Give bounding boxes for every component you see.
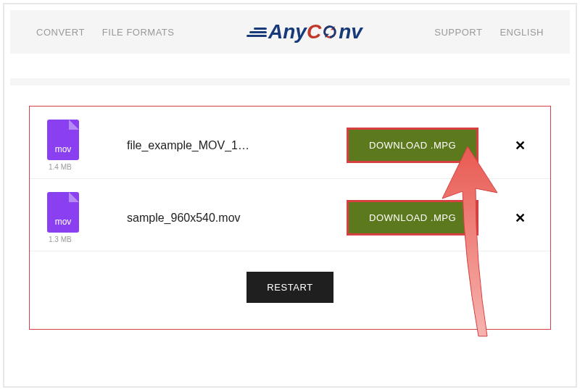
file-ext-label: mov <box>55 217 72 227</box>
nav-convert[interactable]: CONVERT <box>36 27 85 38</box>
logo-text-any: Any <box>268 20 307 43</box>
file-row: mov 1.4 MB file_example_MOV_1… DOWNLOAD … <box>30 107 550 179</box>
download-highlight: DOWNLOAD .MPG <box>347 128 478 163</box>
divider-bar <box>10 78 570 86</box>
logo[interactable]: Any C nv <box>246 20 362 43</box>
refresh-icon <box>322 24 338 40</box>
file-mov-icon: mov <box>47 120 79 160</box>
file-size: 1.4 MB <box>49 163 72 171</box>
file-ext-label: mov <box>55 144 72 154</box>
nav-support[interactable]: SUPPORT <box>434 27 482 38</box>
restart-button[interactable]: RESTART <box>246 272 334 303</box>
app-frame: CONVERT FILE FORMATS Any C nv SUPPORT EN… <box>3 3 577 388</box>
remove-button[interactable]: ✕ <box>508 133 533 158</box>
file-row: mov 1.3 MB sample_960x540.mov DOWNLOAD .… <box>30 179 550 251</box>
download-button[interactable]: DOWNLOAD .MPG <box>349 202 476 233</box>
restart-row: RESTART <box>30 251 550 329</box>
file-name: sample_960x540.mov <box>112 212 347 225</box>
nav-english[interactable]: ENGLISH <box>500 27 544 38</box>
file-size: 1.3 MB <box>49 235 72 243</box>
results-panel: mov 1.4 MB file_example_MOV_1… DOWNLOAD … <box>29 106 551 330</box>
remove-button[interactable]: ✕ <box>508 206 533 230</box>
speed-lines-icon <box>246 26 267 38</box>
logo-text-nv: nv <box>339 20 362 43</box>
top-nav: CONVERT FILE FORMATS Any C nv SUPPORT EN… <box>10 10 570 54</box>
file-mov-icon: mov <box>47 192 79 233</box>
file-info: mov 1.3 MB <box>47 192 112 243</box>
download-button[interactable]: DOWNLOAD .MPG <box>349 130 476 161</box>
logo-text-c: C <box>307 20 321 43</box>
nav-left-group: CONVERT FILE FORMATS <box>36 27 174 38</box>
download-highlight: DOWNLOAD .MPG <box>347 200 478 235</box>
file-info: mov 1.4 MB <box>47 120 112 171</box>
nav-right-group: SUPPORT ENGLISH <box>434 27 544 38</box>
nav-file-formats[interactable]: FILE FORMATS <box>102 27 175 38</box>
file-name: file_example_MOV_1… <box>112 139 347 152</box>
